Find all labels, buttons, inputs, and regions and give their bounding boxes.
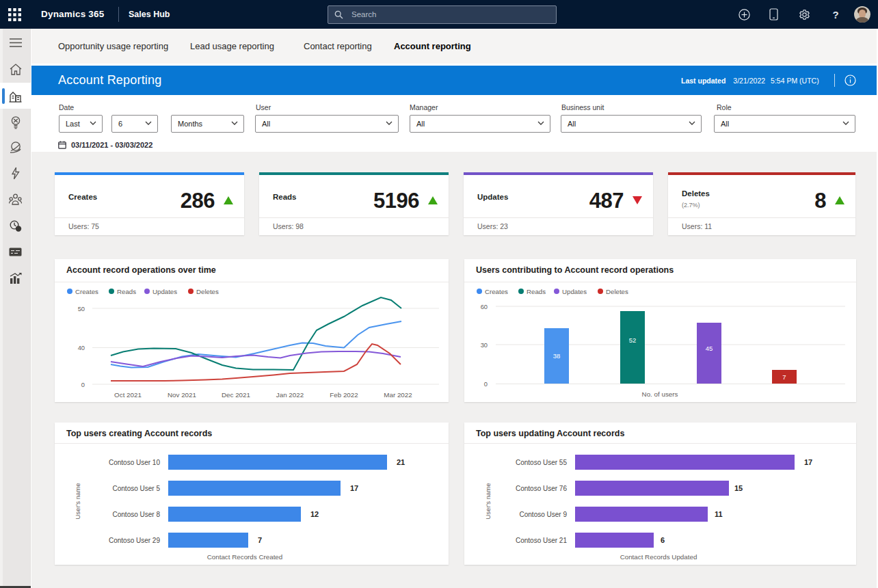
svg-text:6: 6 [661, 536, 665, 544]
svg-text:Reads: Reads [527, 288, 546, 295]
svg-text:45: 45 [706, 345, 713, 352]
svg-text:40: 40 [78, 345, 85, 351]
svg-text:User's name: User's name [74, 483, 81, 519]
svg-text:Feb 2022: Feb 2022 [330, 391, 358, 399]
svg-text:Contoso User 55: Contoso User 55 [516, 459, 567, 466]
svg-text:Oct 2021: Oct 2021 [114, 391, 142, 399]
svg-text:Contoso User 5: Contoso User 5 [113, 485, 161, 492]
svg-text:7: 7 [782, 373, 786, 381]
svg-text:17: 17 [804, 458, 812, 466]
svg-text:Nov 2021: Nov 2021 [168, 391, 196, 399]
svg-text:12: 12 [310, 510, 319, 518]
svg-text:No. of users: No. of users [642, 390, 678, 398]
svg-text:Reads: Reads [117, 288, 136, 295]
svg-text:Deletes: Deletes [196, 288, 219, 295]
svg-text:0: 0 [484, 381, 488, 388]
svg-text:60: 60 [481, 304, 488, 310]
svg-text:Deletes: Deletes [606, 288, 628, 295]
svg-text:Contoso User 8: Contoso User 8 [113, 511, 161, 518]
svg-text:38: 38 [553, 352, 561, 360]
svg-text:7: 7 [258, 536, 262, 544]
svg-text:11: 11 [715, 510, 723, 518]
svg-text:Contoso User 76: Contoso User 76 [516, 485, 567, 492]
svg-text:Mar 2022: Mar 2022 [384, 391, 412, 399]
svg-text:Contoso User 21: Contoso User 21 [516, 537, 567, 544]
svg-text:52: 52 [629, 336, 637, 344]
svg-text:Creates: Creates [485, 288, 508, 295]
svg-text:User's name: User's name [484, 483, 492, 519]
svg-text:Contoso User 29: Contoso User 29 [109, 537, 160, 544]
svg-text:17: 17 [350, 484, 358, 492]
svg-text:Contact Records Created: Contact Records Created [207, 553, 283, 561]
svg-text:Creates: Creates [75, 288, 98, 295]
svg-text:Updates: Updates [562, 288, 587, 295]
svg-text:21: 21 [397, 458, 405, 466]
svg-text:Dec 2021: Dec 2021 [222, 391, 250, 399]
svg-text:Updates: Updates [152, 288, 177, 295]
svg-text:Contact Records Updated: Contact Records Updated [620, 553, 697, 561]
svg-text:0: 0 [81, 382, 85, 388]
svg-text:Contoso User 10: Contoso User 10 [109, 459, 160, 466]
svg-text:50: 50 [78, 306, 85, 312]
svg-text:Jan 2022: Jan 2022 [276, 391, 304, 399]
svg-text:Contoso User 9: Contoso User 9 [520, 511, 568, 518]
svg-text:30: 30 [481, 342, 488, 349]
svg-text:15: 15 [734, 484, 743, 492]
